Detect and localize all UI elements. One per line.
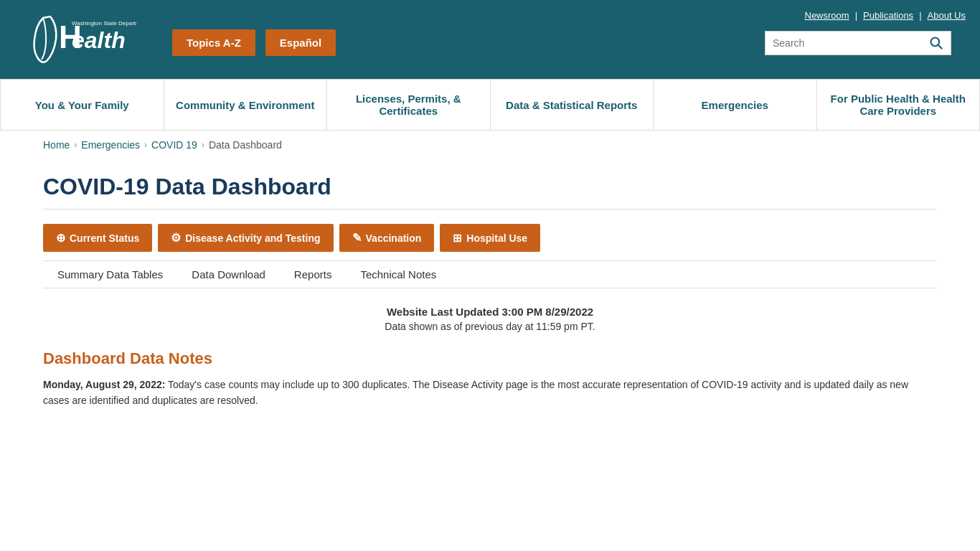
tab-vaccination-label: Vaccination [366, 232, 422, 244]
chevron-icon-1: › [74, 140, 77, 150]
newsroom-link[interactable]: Newsroom [805, 10, 849, 21]
nav-community[interactable]: Community & Environment [164, 80, 328, 130]
tab-hospital-use[interactable]: ⊞ Hospital Use [440, 224, 540, 252]
tab-current-status[interactable]: ⊕ Current Status [43, 224, 152, 252]
nav-you-family[interactable]: You & Your Family [0, 80, 164, 130]
tab-disease-activity[interactable]: ⚙ Disease Activity and Testing [158, 224, 333, 252]
tab-buttons-row: ⊕ Current Status ⚙ Disease Activity and … [43, 224, 937, 252]
header-controls-row: Topics A-Z Español [172, 29, 966, 56]
breadcrumb-home[interactable]: Home [43, 139, 70, 151]
logo-area: H Washington State Department of ealth [14, 7, 172, 65]
update-sub-text: Data shown as of previous day at 11:59 p… [43, 321, 937, 332]
tab-hospital-label: Hospital Use [466, 232, 527, 244]
search-input[interactable] [773, 37, 929, 49]
search-wrapper [765, 31, 951, 55]
disease-activity-icon: ⚙ [171, 231, 181, 245]
header-right-area: Newsroom | Publications | About Us Topic… [172, 7, 966, 56]
breadcrumb-emergencies[interactable]: Emergencies [81, 139, 140, 151]
svg-text:Washington State Department of: Washington State Department of [72, 20, 136, 27]
svg-point-3 [931, 37, 940, 46]
current-status-icon: ⊕ [56, 231, 65, 245]
espanol-button[interactable]: Español [265, 29, 336, 56]
hospital-icon: ⊞ [453, 232, 462, 245]
tab-vaccination[interactable]: ✎ Vaccination [339, 224, 435, 252]
top-links-row: Newsroom | Publications | About Us [805, 10, 966, 21]
subtab-reports[interactable]: Reports [280, 261, 347, 288]
nav-public-health[interactable]: For Public Health & Health Care Provider… [817, 80, 981, 130]
topics-az-button[interactable]: Topics A-Z [172, 29, 255, 56]
svg-text:ealth: ealth [72, 27, 126, 53]
nav-licenses[interactable]: Licenses, Permits, & Certificates [327, 80, 491, 130]
main-nav: You & Your Family Community & Environmen… [0, 79, 980, 131]
subtab-download[interactable]: Data Download [177, 261, 280, 288]
site-header: H Washington State Department of ealth N… [0, 0, 980, 79]
data-notes-title: Dashboard Data Notes [43, 349, 937, 368]
main-content: COVID-19 Data Dashboard ⊕ Current Status… [0, 159, 980, 423]
breadcrumb-covid[interactable]: COVID 19 [151, 139, 197, 151]
health-logo-svg: H Washington State Department of ealth [14, 7, 136, 65]
nav-emergencies[interactable]: Emergencies [654, 80, 817, 130]
vaccination-icon: ✎ [352, 231, 362, 245]
tab-disease-label: Disease Activity and Testing [185, 232, 320, 244]
about-us-link[interactable]: About Us [928, 10, 966, 21]
svg-line-4 [938, 44, 942, 48]
update-info: Website Last Updated 3:00 PM 8/29/2022 D… [43, 306, 937, 332]
page-title: COVID-19 Data Dashboard [43, 174, 937, 209]
breadcrumb-current: Data Dashboard [209, 139, 282, 151]
logo[interactable]: H Washington State Department of ealth [14, 7, 136, 65]
sep2: | [919, 10, 921, 21]
nav-data[interactable]: Data & Statistical Reports [491, 80, 654, 130]
data-notes-body: Monday, August 29, 2022: Today's case co… [43, 377, 937, 409]
data-notes-date: Monday, August 29, 2022: [43, 379, 165, 390]
sub-tabs-row: Summary Data Tables Data Download Report… [43, 260, 937, 288]
breadcrumb: Home › Emergencies › COVID 19 › Data Das… [0, 131, 980, 159]
chevron-icon-2: › [144, 140, 147, 150]
subtab-summary[interactable]: Summary Data Tables [43, 261, 177, 288]
search-button[interactable] [929, 36, 943, 50]
publications-link[interactable]: Publications [863, 10, 913, 21]
search-icon [929, 36, 943, 50]
tab-current-status-label: Current Status [70, 232, 139, 244]
data-notes-content: Today's case counts may include up to 30… [43, 379, 908, 406]
update-bold-text: Website Last Updated 3:00 PM 8/29/2022 [43, 306, 937, 318]
subtab-technical[interactable]: Technical Notes [346, 261, 451, 288]
sep1: | [855, 10, 857, 21]
chevron-icon-3: › [202, 140, 204, 150]
